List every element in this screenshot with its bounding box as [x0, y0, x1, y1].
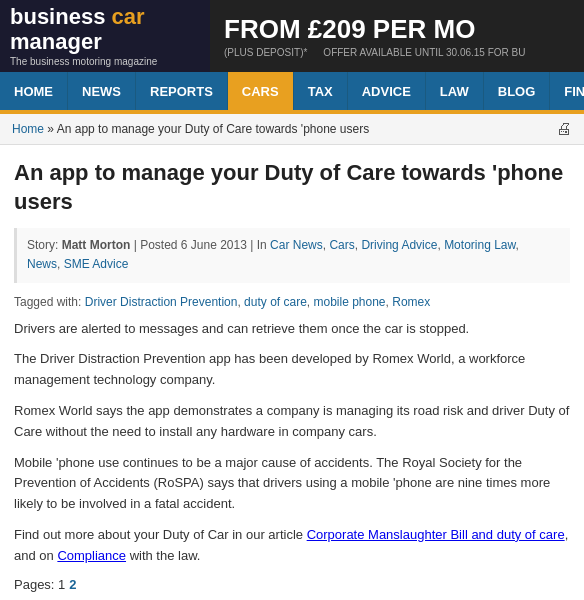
article-para-5: Find out more about your Duty of Car in … — [14, 525, 570, 567]
breadcrumb-home[interactable]: Home — [12, 122, 44, 136]
nav-item-cars[interactable]: CARS — [228, 72, 294, 110]
tag-duty-of-care[interactable]: duty of care — [244, 295, 307, 309]
banner-sub: (PLUS DEPOSIT)* OFFER AVAILABLE UNTIL 30… — [224, 47, 570, 58]
nav-item-advice[interactable]: ADVICE — [348, 72, 426, 110]
nav-item-find-supplier[interactable]: FIND A SUPPLIER — [550, 72, 584, 110]
logo-business: business — [10, 4, 111, 29]
meta-cat-motoring-law[interactable]: Motoring Law — [444, 238, 515, 252]
tag-romex[interactable]: Romex — [392, 295, 430, 309]
meta-sep1: | — [130, 238, 140, 252]
meta-cat-carnews[interactable]: Car News — [270, 238, 323, 252]
article-para-2: The Driver Distraction Prevention app ha… — [14, 349, 570, 391]
breadcrumb: Home » An app to manage your Duty of Car… — [12, 122, 369, 136]
page-2-link[interactable]: 2 — [69, 577, 76, 592]
breadcrumb-current: An app to manage your Duty of Care towar… — [57, 122, 369, 136]
nav-item-home[interactable]: HOME — [0, 72, 68, 110]
nav-item-reports[interactable]: REPORTS — [136, 72, 228, 110]
article-content: An app to manage your Duty of Care towar… — [0, 145, 584, 600]
meta-cat-sme-advice[interactable]: SME Advice — [64, 257, 129, 271]
main-nav: HOME NEWS REPORTS CARS TAX ADVICE LAW BL… — [0, 72, 584, 110]
logo-title: business car manager — [10, 5, 200, 53]
breadcrumb-bar: Home » An app to manage your Duty of Car… — [0, 114, 584, 145]
article-para-3: Romex World says the app demonstrates a … — [14, 401, 570, 443]
tags-prefix: Tagged with: — [14, 295, 85, 309]
para5-text3: with the law. — [126, 548, 200, 563]
article-para-4: Mobile 'phone use continues to be a majo… — [14, 453, 570, 515]
article-title: An app to manage your Duty of Care towar… — [14, 159, 570, 216]
nav-item-law[interactable]: LAW — [426, 72, 484, 110]
nav-item-news[interactable]: NEWS — [68, 72, 136, 110]
meta-author: Matt Morton — [62, 238, 131, 252]
print-icon[interactable]: 🖨 — [556, 120, 572, 138]
banner-area: FROM £209 PER MO (PLUS DEPOSIT)* OFFER A… — [210, 0, 584, 72]
meta-sep2: | In — [247, 238, 270, 252]
tag-driver-distraction[interactable]: Driver Distraction Prevention — [85, 295, 238, 309]
pagination: Pages: 12 — [14, 577, 570, 592]
para5-link2[interactable]: Compliance — [57, 548, 126, 563]
meta-cat-cars[interactable]: Cars — [329, 238, 354, 252]
meta-cat-news[interactable]: News — [27, 257, 57, 271]
meta-story-label: Story: — [27, 238, 62, 252]
page-header: business car manager The business motori… — [0, 0, 584, 72]
tags-line: Tagged with: Driver Distraction Preventi… — [14, 295, 570, 309]
pages-label: Pages: 1 — [14, 577, 65, 592]
story-meta: Story: Matt Morton | Posted 6 June 2013 … — [14, 228, 570, 282]
breadcrumb-separator: » — [44, 122, 57, 136]
nav-item-tax[interactable]: TAX — [294, 72, 348, 110]
banner-sub1: (PLUS DEPOSIT)* — [224, 47, 307, 58]
meta-cat-driving-advice[interactable]: Driving Advice — [361, 238, 437, 252]
banner-main-text: FROM £209 PER MO — [224, 14, 570, 45]
tag-mobile-phone[interactable]: mobile phone — [313, 295, 385, 309]
logo-tagline: The business motoring magazine — [10, 56, 200, 67]
article-para-1: Drivers are alerted to messages and can … — [14, 319, 570, 340]
meta-posted: Posted 6 June 2013 — [140, 238, 247, 252]
para5-text1: Find out more about your Duty of Car in … — [14, 527, 307, 542]
nav-item-blog[interactable]: BLOG — [484, 72, 551, 110]
logo-area: business car manager The business motori… — [0, 0, 210, 72]
banner-sub2: OFFER AVAILABLE UNTIL 30.06.15 FOR BU — [323, 47, 525, 58]
para5-link1[interactable]: Corporate Manslaughter Bill and duty of … — [307, 527, 565, 542]
logo-manager: manager — [10, 29, 102, 54]
logo-car: car — [111, 4, 144, 29]
